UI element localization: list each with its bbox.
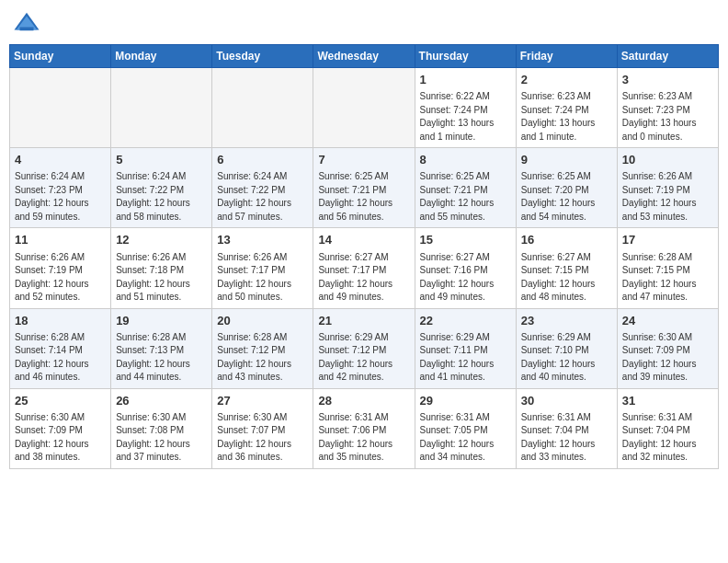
day-info: Sunrise: 6:24 AM Sunset: 7:22 PM Dayligh… [217, 170, 308, 224]
day-cell-23: 23Sunrise: 6:29 AM Sunset: 7:10 PM Dayli… [516, 308, 617, 388]
calendar-row-3: 11Sunrise: 6:26 AM Sunset: 7:19 PM Dayli… [10, 228, 719, 308]
day-cell-17: 17Sunrise: 6:28 AM Sunset: 7:15 PM Dayli… [617, 228, 718, 308]
day-info: Sunrise: 6:25 AM Sunset: 7:21 PM Dayligh… [420, 170, 511, 224]
day-number: 30 [521, 393, 612, 409]
day-cell-2: 2Sunrise: 6:23 AM Sunset: 7:24 PM Daylig… [516, 68, 617, 148]
day-number: 20 [217, 313, 308, 329]
day-cell-19: 19Sunrise: 6:28 AM Sunset: 7:13 PM Dayli… [111, 308, 212, 388]
calendar-row-4: 18Sunrise: 6:28 AM Sunset: 7:14 PM Dayli… [10, 308, 719, 388]
day-cell-25: 25Sunrise: 6:30 AM Sunset: 7:09 PM Dayli… [10, 388, 111, 468]
day-number: 9 [521, 152, 612, 168]
day-info: Sunrise: 6:29 AM Sunset: 7:12 PM Dayligh… [318, 331, 409, 385]
day-cell-21: 21Sunrise: 6:29 AM Sunset: 7:12 PM Dayli… [313, 308, 415, 388]
weekday-header-sunday: Sunday [10, 45, 111, 68]
day-number: 5 [116, 152, 207, 168]
day-number: 28 [318, 393, 409, 409]
empty-cell [212, 68, 313, 148]
day-info: Sunrise: 6:26 AM Sunset: 7:17 PM Dayligh… [217, 251, 308, 304]
day-cell-6: 6Sunrise: 6:24 AM Sunset: 7:22 PM Daylig… [212, 148, 313, 228]
day-number: 22 [420, 313, 511, 329]
day-cell-30: 30Sunrise: 6:31 AM Sunset: 7:04 PM Dayli… [516, 388, 617, 468]
day-number: 19 [116, 313, 207, 329]
day-info: Sunrise: 6:29 AM Sunset: 7:10 PM Dayligh… [521, 331, 612, 385]
calendar-table: SundayMondayTuesdayWednesdayThursdayFrid… [9, 44, 719, 469]
day-cell-11: 11Sunrise: 6:26 AM Sunset: 7:19 PM Dayli… [10, 228, 111, 308]
day-number: 16 [521, 232, 612, 248]
day-info: Sunrise: 6:28 AM Sunset: 7:13 PM Dayligh… [116, 331, 207, 385]
weekday-header-thursday: Thursday [415, 45, 516, 68]
day-cell-7: 7Sunrise: 6:25 AM Sunset: 7:21 PM Daylig… [313, 148, 415, 228]
weekday-header-saturday: Saturday [617, 45, 718, 68]
weekday-header-wednesday: Wednesday [313, 45, 415, 68]
day-number: 15 [420, 232, 511, 248]
day-info: Sunrise: 6:23 AM Sunset: 7:24 PM Dayligh… [521, 90, 612, 144]
day-info: Sunrise: 6:25 AM Sunset: 7:21 PM Dayligh… [318, 170, 409, 224]
day-number: 25 [15, 393, 106, 409]
day-cell-31: 31Sunrise: 6:31 AM Sunset: 7:04 PM Dayli… [617, 388, 718, 468]
day-info: Sunrise: 6:27 AM Sunset: 7:15 PM Dayligh… [521, 251, 612, 304]
day-number: 4 [15, 152, 106, 168]
empty-cell [111, 68, 212, 148]
day-number: 27 [217, 393, 308, 409]
day-number: 10 [622, 152, 713, 168]
day-info: Sunrise: 6:27 AM Sunset: 7:16 PM Dayligh… [420, 251, 511, 304]
day-number: 6 [217, 152, 308, 168]
day-info: Sunrise: 6:28 AM Sunset: 7:12 PM Dayligh… [217, 331, 308, 385]
weekday-header-monday: Monday [111, 45, 212, 68]
day-info: Sunrise: 6:28 AM Sunset: 7:14 PM Dayligh… [15, 331, 106, 385]
empty-cell [10, 68, 111, 148]
day-info: Sunrise: 6:31 AM Sunset: 7:04 PM Dayligh… [622, 411, 713, 465]
day-cell-5: 5Sunrise: 6:24 AM Sunset: 7:22 PM Daylig… [111, 148, 212, 228]
day-info: Sunrise: 6:30 AM Sunset: 7:08 PM Dayligh… [116, 411, 207, 465]
day-info: Sunrise: 6:31 AM Sunset: 7:06 PM Dayligh… [318, 411, 409, 465]
calendar-row-5: 25Sunrise: 6:30 AM Sunset: 7:09 PM Dayli… [10, 388, 719, 468]
day-number: 29 [420, 393, 511, 409]
day-info: Sunrise: 6:26 AM Sunset: 7:19 PM Dayligh… [15, 251, 106, 304]
day-info: Sunrise: 6:23 AM Sunset: 7:23 PM Dayligh… [622, 90, 713, 144]
day-number: 14 [318, 232, 409, 248]
day-number: 24 [622, 313, 713, 329]
day-number: 12 [116, 232, 207, 248]
day-info: Sunrise: 6:30 AM Sunset: 7:09 PM Dayligh… [15, 411, 106, 465]
day-number: 18 [15, 313, 106, 329]
day-number: 1 [420, 72, 511, 88]
day-info: Sunrise: 6:25 AM Sunset: 7:20 PM Dayligh… [521, 170, 612, 224]
day-cell-24: 24Sunrise: 6:30 AM Sunset: 7:09 PM Dayli… [617, 308, 718, 388]
day-cell-13: 13Sunrise: 6:26 AM Sunset: 7:17 PM Dayli… [212, 228, 313, 308]
day-cell-14: 14Sunrise: 6:27 AM Sunset: 7:17 PM Dayli… [313, 228, 415, 308]
day-cell-20: 20Sunrise: 6:28 AM Sunset: 7:12 PM Dayli… [212, 308, 313, 388]
day-info: Sunrise: 6:26 AM Sunset: 7:19 PM Dayligh… [622, 170, 713, 224]
day-info: Sunrise: 6:24 AM Sunset: 7:23 PM Dayligh… [15, 170, 106, 224]
calendar-row-1: 1Sunrise: 6:22 AM Sunset: 7:24 PM Daylig… [10, 68, 719, 148]
weekday-header-friday: Friday [516, 45, 617, 68]
day-number: 17 [622, 232, 713, 248]
calendar-header-row: SundayMondayTuesdayWednesdayThursdayFrid… [10, 45, 719, 68]
day-info: Sunrise: 6:22 AM Sunset: 7:24 PM Dayligh… [420, 90, 511, 144]
day-number: 26 [116, 393, 207, 409]
day-number: 7 [318, 152, 409, 168]
day-cell-27: 27Sunrise: 6:30 AM Sunset: 7:07 PM Dayli… [212, 388, 313, 468]
day-number: 21 [318, 313, 409, 329]
day-cell-29: 29Sunrise: 6:31 AM Sunset: 7:05 PM Dayli… [415, 388, 516, 468]
day-number: 13 [217, 232, 308, 248]
day-cell-3: 3Sunrise: 6:23 AM Sunset: 7:23 PM Daylig… [617, 68, 718, 148]
day-number: 8 [420, 152, 511, 168]
day-cell-8: 8Sunrise: 6:25 AM Sunset: 7:21 PM Daylig… [415, 148, 516, 228]
day-info: Sunrise: 6:30 AM Sunset: 7:09 PM Dayligh… [622, 331, 713, 385]
day-info: Sunrise: 6:26 AM Sunset: 7:18 PM Dayligh… [116, 251, 207, 304]
day-cell-18: 18Sunrise: 6:28 AM Sunset: 7:14 PM Dayli… [10, 308, 111, 388]
day-cell-9: 9Sunrise: 6:25 AM Sunset: 7:20 PM Daylig… [516, 148, 617, 228]
day-info: Sunrise: 6:30 AM Sunset: 7:07 PM Dayligh… [217, 411, 308, 465]
day-number: 23 [521, 313, 612, 329]
page-header [9, 9, 719, 37]
logo-icon [13, 9, 40, 37]
day-cell-4: 4Sunrise: 6:24 AM Sunset: 7:23 PM Daylig… [10, 148, 111, 228]
day-cell-1: 1Sunrise: 6:22 AM Sunset: 7:24 PM Daylig… [415, 68, 516, 148]
day-cell-28: 28Sunrise: 6:31 AM Sunset: 7:06 PM Dayli… [313, 388, 415, 468]
day-info: Sunrise: 6:31 AM Sunset: 7:04 PM Dayligh… [521, 411, 612, 465]
svg-rect-2 [20, 28, 34, 31]
day-number: 11 [15, 232, 106, 248]
day-info: Sunrise: 6:24 AM Sunset: 7:22 PM Dayligh… [116, 170, 207, 224]
empty-cell [313, 68, 415, 148]
day-info: Sunrise: 6:27 AM Sunset: 7:17 PM Dayligh… [318, 251, 409, 304]
